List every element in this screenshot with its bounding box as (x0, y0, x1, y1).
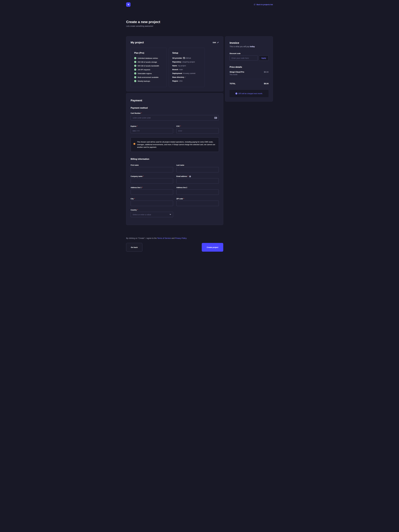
company-name-label: Company name* (131, 175, 173, 177)
setup-row-value: GitHub (186, 57, 191, 59)
first-name-input[interactable] (131, 167, 173, 172)
check-icon (134, 80, 136, 82)
card-number-label: Card Number* (131, 112, 219, 114)
total-row: TOTAL $8.04 (229, 82, 268, 85)
setup-row-label: Deployment (172, 72, 182, 74)
setup-row: Name my-project (172, 65, 201, 67)
price-item-amount: $8.04 (264, 71, 268, 73)
pencil-icon (217, 42, 219, 43)
check-icon (134, 76, 136, 78)
setup-row-label: Repository (172, 61, 181, 63)
card-usage-notice: The chosen card will be used for all pro… (131, 137, 219, 152)
terms-of-service-link[interactable]: Terms of Service (157, 237, 171, 239)
setup-row: Git provider GitHub (172, 57, 201, 59)
required-marker: * (141, 112, 142, 114)
next-month-note-text: $75 will be charged next month. (239, 93, 263, 95)
total-label: TOTAL (229, 82, 235, 85)
setup-row-value: / (185, 76, 186, 78)
check-icon (134, 61, 136, 63)
last-name-input[interactable] (177, 167, 219, 172)
plan-feature-label: Weekly backups (138, 80, 150, 82)
total-amount: $8.04 (264, 82, 268, 85)
setup-row-value: strapi/my-project (182, 61, 195, 63)
plan-feature-label: 250 GB of assets storage (138, 61, 157, 63)
required-marker: * (180, 125, 181, 127)
check-icon (134, 65, 136, 67)
invoice-card: Invoice This is what you will pay today … (225, 36, 273, 101)
edit-button[interactable]: Edit (213, 42, 219, 44)
required-marker: * (134, 198, 135, 200)
price-details-heading: Price details (229, 66, 268, 68)
divider (229, 79, 268, 79)
check-icon (134, 57, 136, 59)
create-project-button[interactable]: Create project (202, 243, 223, 252)
strapi-logo[interactable] (126, 2, 131, 7)
setup-row-value: USA (179, 80, 183, 82)
next-month-note: $75 will be charged next month. (229, 90, 268, 97)
price-item-name: Strapi Cloud Pro (229, 71, 244, 73)
city-input[interactable] (131, 201, 173, 206)
plan-feature-label: 500 GB of assets bandwidth (138, 65, 159, 67)
payment-method-heading: Payment method (131, 107, 219, 109)
email-address-input[interactable] (177, 178, 219, 184)
required-marker: * (137, 209, 138, 211)
privacy-policy-link[interactable]: Privacy Policy (175, 237, 186, 239)
discount-code-label: Discount code (229, 53, 268, 54)
card-number-input[interactable] (131, 115, 219, 120)
required-marker: * (188, 175, 188, 177)
plan-feature-label: Multi-environment available (138, 76, 158, 78)
required-marker: * (137, 125, 137, 127)
page-subtitle: Lets create something awesome! (126, 25, 273, 27)
expires-label: Expires* (131, 125, 173, 127)
plan-subcard: Plan (Pro) Unlimited database entries 25… (131, 48, 167, 87)
setup-row: Branch main (172, 69, 201, 70)
address-line-1-input[interactable] (131, 190, 173, 195)
price-item-period: This month (229, 74, 268, 76)
address-line-2-input[interactable] (177, 190, 219, 195)
plan-title: Plan (Pro) (134, 52, 163, 54)
warning-icon (133, 143, 135, 145)
invoice-heading: Invoice (229, 41, 268, 44)
plan-feature: 250 GB of assets storage (134, 61, 163, 63)
back-to-projects-label: Back to projects list (256, 4, 273, 6)
price-line-item: Strapi Cloud Pro $8.04 (229, 71, 268, 73)
setup-row-value: main (179, 69, 183, 70)
chevron-down-icon (170, 214, 171, 215)
setup-row: Deployment At every commit (172, 72, 201, 74)
setup-row-value: my-project (178, 65, 186, 67)
city-label: City* (131, 198, 173, 200)
setup-subcard: Setup Git provider GitHub Repository str… (169, 48, 205, 87)
info-icon (189, 176, 191, 177)
plan-feature-label: Unlimited database entries (138, 57, 158, 59)
setup-row-label: Git provider (172, 57, 182, 59)
first-name-label: First name (131, 164, 173, 166)
country-label: Country* (131, 209, 173, 211)
billing-information-heading: Billing information (131, 158, 219, 160)
top-bar: Back to projects list (100, 0, 299, 9)
zip-code-input[interactable] (177, 201, 219, 206)
zip-code-label: ZIP code* (177, 198, 219, 200)
expires-input[interactable] (131, 128, 173, 133)
country-select-placeholder: Select or enter a value (133, 214, 151, 216)
last-name-label: Last name (177, 164, 219, 166)
check-icon (134, 72, 136, 75)
redo-arrow-icon (254, 4, 255, 6)
discount-code-input[interactable] (229, 56, 258, 61)
my-project-card: My project Edit Plan (Pro) Unl (126, 36, 223, 91)
plan-feature: Selectable regions (134, 72, 163, 75)
back-to-projects-link[interactable]: Back to projects list (254, 4, 273, 6)
plan-feature: 1M API requests (134, 69, 163, 71)
company-name-input[interactable] (131, 178, 173, 184)
setup-row-label: Branch (172, 69, 178, 70)
my-project-heading: My project (131, 41, 144, 44)
country-select[interactable]: Select or enter a value (131, 212, 173, 217)
page-title: Create a new project (126, 20, 273, 24)
plan-feature: Multi-environment available (134, 76, 163, 78)
go-back-button[interactable]: Go back (126, 243, 142, 252)
plan-feature: Weekly backups (134, 80, 163, 82)
apply-button[interactable]: Apply (259, 56, 268, 61)
card-usage-notice-text: The chosen card will be used for all pro… (137, 141, 216, 149)
check-icon (134, 69, 136, 71)
cvc-input[interactable] (177, 128, 219, 133)
edit-label: Edit (213, 42, 216, 44)
